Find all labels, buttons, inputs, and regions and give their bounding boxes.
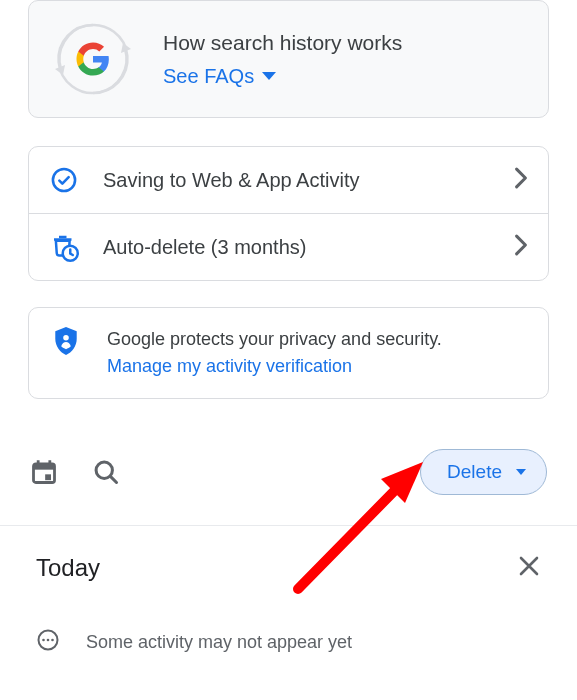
svg-rect-7	[45, 474, 51, 480]
activity-toolbar: Delete	[28, 449, 549, 525]
shield-icon	[51, 326, 81, 356]
svg-point-4	[63, 335, 69, 341]
svg-rect-6	[34, 464, 55, 470]
see-faqs-link[interactable]: See FAQs	[163, 65, 276, 88]
close-icon[interactable]	[517, 554, 541, 582]
settings-list: Saving to Web & App Activity Auto-delete…	[28, 146, 549, 281]
saving-label: Saving to Web & App Activity	[103, 169, 490, 192]
svg-point-2	[53, 169, 75, 191]
check-circle-icon	[49, 165, 79, 195]
auto-delete-icon	[49, 232, 79, 262]
svg-point-13	[47, 639, 50, 642]
today-heading: Today	[36, 554, 100, 582]
more-icon	[36, 628, 60, 657]
chevron-down-icon	[262, 72, 276, 80]
svg-marker-10	[381, 462, 423, 503]
svg-point-14	[51, 639, 54, 642]
chevron-right-icon	[514, 234, 528, 260]
notice-text: Some activity may not appear yet	[86, 632, 352, 653]
see-faqs-label: See FAQs	[163, 65, 254, 88]
chevron-right-icon	[514, 167, 528, 193]
refresh-google-icon	[53, 19, 133, 99]
faq-card: How search history works See FAQs	[28, 0, 549, 118]
chevron-down-icon	[516, 469, 526, 475]
search-icon[interactable]	[92, 458, 120, 486]
activity-notice: Some activity may not appear yet	[0, 610, 577, 663]
privacy-text: Google protects your privacy and securit…	[107, 326, 442, 353]
saving-row[interactable]: Saving to Web & App Activity	[29, 147, 548, 213]
manage-verification-link[interactable]: Manage my activity verification	[107, 353, 442, 380]
privacy-card: Google protects your privacy and securit…	[28, 307, 549, 399]
faq-title: How search history works	[163, 31, 402, 55]
delete-button[interactable]: Delete	[420, 449, 547, 495]
today-header: Today	[0, 525, 577, 610]
svg-point-12	[42, 639, 45, 642]
calendar-icon[interactable]	[30, 458, 58, 486]
auto-delete-row[interactable]: Auto-delete (3 months)	[29, 213, 548, 280]
delete-label: Delete	[447, 461, 502, 483]
auto-delete-label: Auto-delete (3 months)	[103, 236, 490, 259]
